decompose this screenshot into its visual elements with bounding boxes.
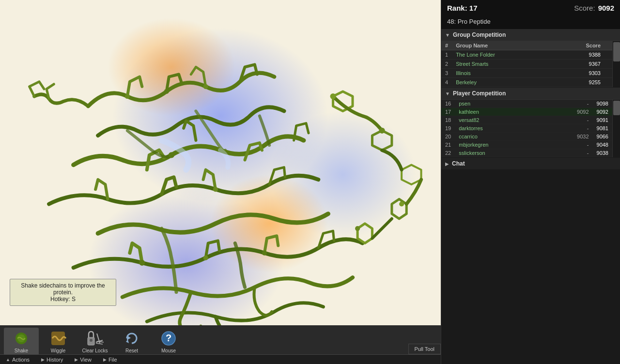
view-menu[interactable]: ▶ View [69,355,97,364]
player-competition-row: 20 ccarrico 9032 9066 [441,133,620,141]
group-competition-row: 4 Berkeley 9255 [441,78,620,87]
player-prev-score-cell: - [569,124,593,133]
tooltip-line1: Shake sidechains to improve the protein. [15,282,111,296]
group-score-cell: 9303 [582,69,612,78]
file-arrow: ▶ [103,357,107,362]
player-competition-row: 18 versat82 - 9091 [441,116,620,124]
history-arrow: ▶ [41,357,45,362]
svg-text:?: ? [166,333,171,343]
actions-label: Actions [12,357,30,363]
player-competition-section: ▼ Player Competition 16 psen - 9098 17 k… [441,88,620,157]
player-competition-row: 22 sslickerson - 9038 [441,149,620,157]
player-rank-cell: 16 [441,100,455,108]
group-name-header: Group Name [452,41,582,50]
pull-tool-label: Pull Tool [415,346,434,352]
svg-point-21 [90,339,93,342]
actions-arrow: ▲ [6,357,10,362]
svg-point-10 [139,260,145,266]
svg-point-12 [262,251,267,256]
group-rank-cell: 1 [441,50,452,60]
player-scrollbar-thumb [613,101,620,115]
group-name-cell: Berkeley [452,78,582,87]
toolbar: ShakeSidechains WiggleBackbone [0,325,441,364]
group-name-cell: Street Smarts [452,60,582,69]
clear-locks-icon [86,330,104,347]
player-name-cell: ccarrico [455,133,568,141]
pull-tool-button[interactable]: Pull Tool [408,344,441,354]
group-rank-cell: 2 [441,60,452,69]
player-competition-title: Player Competition [453,90,506,97]
history-menu[interactable]: ▶ History [35,355,69,364]
player-prev-score-cell: - [569,149,593,157]
reset-puzzle-icon [123,330,140,347]
player-competition-row: 16 psen - 9098 [441,100,620,108]
svg-point-13 [330,93,336,99]
glow-orange [108,18,235,116]
svg-point-8 [169,152,174,158]
tooltip-line2: Hotkey: S [15,296,111,303]
rank-text: Rank: 17 [447,4,478,12]
player-name-cell: sslickerson [455,149,568,157]
svg-point-11 [203,256,208,260]
group-competition-header[interactable]: ▼ Group Competition [441,29,620,41]
glow-center-orange [211,175,328,273]
group-competition-section: ▼ Group Competition # Group Name Score [441,29,620,87]
puzzle-name: 48: Pro Peptide [441,16,620,29]
actions-menu[interactable]: ▲ Actions [0,355,35,364]
player-competition-table: 16 psen - 9098 17 kathleen 9092 9092 18 … [441,100,620,157]
svg-point-14 [379,128,385,134]
group-name-cell: The Lone Folder [452,50,582,60]
score-label-text: Score: [574,4,595,12]
player-name-cell: versat82 [455,116,568,124]
tooltip: Shake sidechains to improve the protein.… [10,279,116,306]
protein-viewport[interactable]: Shake sidechains to improve the protein.… [0,0,441,364]
player-rank-cell: 20 [441,133,455,141]
svg-point-15 [399,201,404,206]
file-menu[interactable]: ▶ File [97,355,123,364]
group-score-cell: 9367 [582,60,612,69]
player-rank-cell: 19 [441,124,455,133]
sidebar: Rank: 17 Score: 9092 48: Pro Peptide ▼ G… [441,0,620,364]
group-score-header: Score [582,41,612,50]
player-scrollbar[interactable] [612,100,620,157]
view-label: View [80,357,92,363]
group-name-cell: Illinois [452,69,582,78]
group-competition-row: 3 Illinois 9303 [441,69,620,78]
player-name-cell: kathleen [455,108,568,116]
protein-canvas [0,0,441,364]
group-scrollbar[interactable] [612,41,620,87]
player-rank-cell: 21 [441,141,455,149]
player-competition-arrow: ▼ [445,91,450,96]
svg-point-6 [164,89,169,94]
svg-marker-22 [127,335,131,340]
history-label: History [46,357,63,363]
group-rank-cell: 4 [441,78,452,87]
player-name-cell: mbjorkegren [455,141,568,149]
svg-point-16 [355,226,360,231]
score-header: Rank: 17 Score: 9092 [441,0,620,16]
player-competition-row: 21 mbjorkegren - 9048 [441,141,620,149]
player-competition-row: 17 kathleen 9092 9092 [441,108,620,116]
player-rank-cell: 17 [441,108,455,116]
player-competition-row: 19 darktorres - 9081 [441,124,620,133]
shake-sidechains-icon [13,330,30,347]
chat-arrow: ▶ [445,161,449,167]
group-scrollbar-thumb [613,42,620,61]
svg-point-9 [213,187,218,192]
group-competition-title: Group Competition [453,31,506,38]
group-competition-table: # Group Name Score 1 The Lone Folder 938… [441,41,620,87]
menubar: ▲ Actions ▶ History ▶ View ▶ File [0,354,441,364]
mouse-help-icon: ? [160,330,177,347]
player-prev-score-cell: - [569,141,593,149]
chat-section[interactable]: ▶ Chat [441,158,620,169]
player-rank-cell: 22 [441,149,455,157]
group-competition-rows: 1 The Lone Folder 9388 2 Street Smarts 9… [441,50,620,87]
player-prev-score-cell: - [569,116,593,124]
chat-title: Chat [452,160,465,167]
view-arrow: ▶ [75,357,78,362]
score-value-text: 9092 [598,4,614,12]
player-prev-score-cell: - [569,100,593,108]
player-competition-header[interactable]: ▼ Player Competition [441,88,620,100]
group-score-cell: 9388 [582,50,612,60]
player-name-cell: psen [455,100,568,108]
